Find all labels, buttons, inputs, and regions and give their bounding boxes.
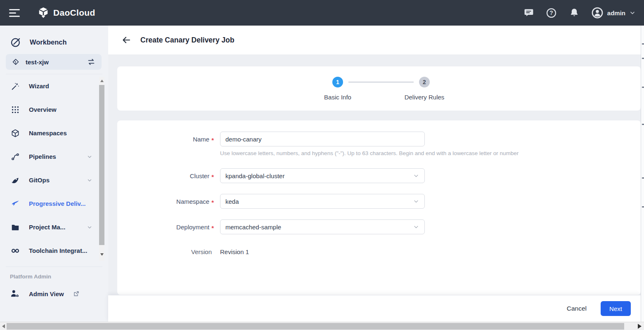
name-input[interactable] [220,132,425,146]
workspace-gem-icon [12,58,20,66]
namespace-select-value: keda [225,198,413,205]
brand-logo[interactable]: DaoCloud [37,7,95,19]
svg-text:?: ? [550,9,554,16]
scroll-left-arrow[interactable] [2,324,5,328]
sidebar-item-label: GitOps [29,177,50,184]
basic-info-form-card: Name * Use lowercase letters, numbers, a… [117,120,641,295]
name-help-text: Use lowercase letters, numbers, and hyph… [220,150,641,156]
notification-bell-icon[interactable] [568,7,580,19]
version-row: Version Revision 1 [117,248,641,255]
sidebar-item-toolchain-integration[interactable]: Toolchain Integrat... [0,239,108,262]
name-row: Name * [117,132,641,146]
wand-icon [11,82,20,91]
sidebar-item-label: Project Ma... [29,224,65,231]
deployment-select-value: memcached-sample [225,224,413,231]
topbar: DaoCloud ? [0,0,644,26]
form-footer: Cancel Next [108,295,641,322]
cluster-row: Cluster * kpanda-global-cluster [117,168,641,183]
cube-icon [11,129,20,138]
stepper-card: 1 2 Basic Info Delivery Rules [117,66,641,111]
admin-user-icon [10,289,20,299]
sidebar-item-overview[interactable]: Overview [0,98,108,121]
clipped-content-sliver [641,26,644,322]
bird-icon [11,199,20,208]
rocket-icon [11,176,20,185]
topbar-actions: ? admin [523,7,636,19]
scroll-up-arrow[interactable] [100,80,104,82]
namespace-row: Namespace * keda [117,194,641,209]
horizontal-scrollbar[interactable] [0,322,644,330]
workspace-switcher[interactable]: test-xjw [6,54,102,70]
step-2-circle: 2 [419,77,430,87]
cancel-button[interactable]: Cancel [567,305,587,312]
back-icon[interactable] [121,35,131,45]
sidebar-scrollbar[interactable] [99,77,104,261]
menu-icon[interactable] [9,8,21,17]
next-button[interactable]: Next [601,301,631,316]
main-content: Create Canary Delivery Job 1 2 Basic Inf… [108,26,641,322]
workspace-name: test-xjw [26,59,87,66]
chevron-down-icon [87,154,92,160]
daocloud-logo-icon [37,7,50,19]
user-name: admin [607,9,625,16]
sidebar-item-gitops[interactable]: GitOps [0,168,108,192]
deployment-select[interactable]: memcached-sample [220,219,425,234]
user-menu[interactable]: admin [591,7,636,19]
required-asterisk: * [211,173,214,180]
cluster-select[interactable]: kpanda-global-cluster [220,168,425,183]
message-icon[interactable] [523,7,535,19]
deployment-label: Deployment [176,224,209,231]
folder-icon [11,223,20,232]
sidebar-item-label: Wizard [29,82,49,90]
required-asterisk: * [211,137,214,144]
sidebar-item-label: Overview [29,106,57,113]
sidebar-scrollbar-thumb[interactable] [99,85,104,245]
external-link-icon [73,290,80,297]
sidebar-item-project-management[interactable]: Project Ma... [0,215,108,239]
horizontal-scrollbar-thumb[interactable] [7,323,624,330]
step-1-circle: 1 [332,77,343,87]
cluster-label: Cluster [190,172,210,179]
grid-dots-icon [11,105,20,114]
chevron-down-icon [629,9,636,16]
swap-workspace-icon[interactable] [87,57,96,66]
workbench-header[interactable]: Workbench [0,26,108,48]
help-icon[interactable]: ? [546,7,557,19]
scroll-down-arrow[interactable] [100,253,104,256]
namespace-label: Namespace [176,198,209,205]
step-connector-line [348,82,414,82]
version-label: Version [191,248,212,255]
sidebar-item-namespaces[interactable]: Namespaces [0,121,108,145]
sidebar: Workbench test-xjw Wizard [0,26,108,322]
page-title: Create Canary Delivery Job [140,36,234,45]
pipeline-icon [11,152,20,161]
cluster-select-value: kpanda-global-cluster [225,172,413,179]
chevron-down-icon [87,177,92,183]
chevron-down-icon [87,224,92,230]
step-2-label: Delivery Rules [383,94,466,101]
step-1-label: Basic Info [305,94,371,101]
infinity-icon [11,246,20,255]
name-label: Name [193,136,209,143]
sidebar-item-wizard[interactable]: Wizard [0,74,108,98]
workbench-title: Workbench [30,38,67,46]
required-asterisk: * [211,224,214,231]
chevron-down-icon [413,172,419,179]
admin-view-label: Admin View [29,290,64,297]
platform-admin-section-label: Platform Admin [0,267,108,280]
required-asterisk: * [211,199,214,206]
namespace-select[interactable]: keda [220,194,425,209]
page-header: Create Canary Delivery Job [108,26,641,54]
version-value: Revision 1 [220,248,249,255]
sidebar-item-admin-view[interactable]: Admin View [0,289,108,299]
sidebar-item-label: Toolchain Integrat... [29,247,87,254]
sidebar-item-label: Namespaces [29,130,67,137]
sidebar-item-progressive-delivery[interactable]: Progressive Deliv... [0,192,108,215]
chevron-down-icon [413,198,419,205]
avatar [591,7,604,19]
scroll-right-arrow[interactable] [638,324,642,329]
sidebar-item-label: Progressive Deliv... [29,200,85,207]
sidebar-item-pipelines[interactable]: Pipelines [0,145,108,168]
workbench-icon [10,36,21,48]
sidebar-item-label: Pipelines [29,153,56,160]
